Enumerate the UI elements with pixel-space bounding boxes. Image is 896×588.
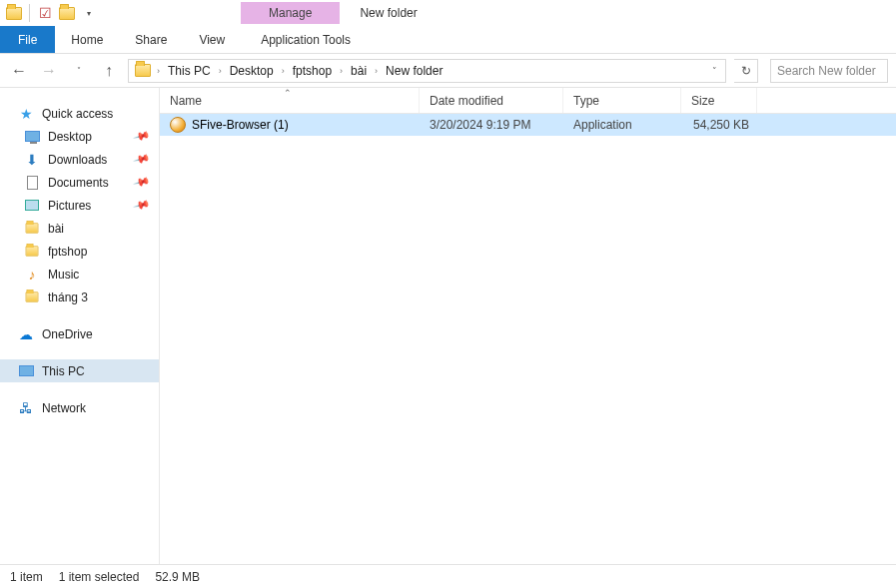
sidebar-onedrive[interactable]: ☁ OneDrive	[0, 322, 159, 345]
navigation-bar: ← → ˅ ↑ › This PC › Desktop › fptshop › …	[0, 54, 896, 88]
sidebar-item-pictures[interactable]: Pictures 📌	[0, 194, 159, 217]
folder-icon	[24, 290, 40, 305]
desktop-icon	[24, 129, 40, 145]
sort-indicator-icon: ⌃	[284, 88, 292, 98]
tab-application-tools[interactable]: Application Tools	[245, 26, 367, 53]
sidebar-item-label: Music	[48, 268, 79, 282]
file-name: SFive-Browser (1)	[192, 118, 289, 132]
title-bar: ☑ ▾ Manage New folder	[0, 0, 896, 26]
chevron-right-icon[interactable]: ›	[155, 66, 162, 76]
sidebar-item-fptshop[interactable]: fptshop	[0, 240, 159, 263]
search-input[interactable]: Search New folder	[770, 59, 888, 83]
pin-icon: 📌	[133, 196, 152, 214]
sidebar-item-label: tháng 3	[48, 291, 88, 304]
chevron-right-icon[interactable]: ›	[338, 66, 345, 76]
sidebar-label: This PC	[42, 364, 85, 378]
refresh-button[interactable]: ↻	[734, 59, 758, 83]
folder-icon	[24, 244, 40, 260]
file-type: Application	[563, 118, 681, 132]
status-selected-count: 1 item selected	[59, 570, 140, 584]
sidebar-network[interactable]: 🖧 Network	[0, 396, 159, 419]
sidebar-label: OneDrive	[42, 327, 93, 341]
star-icon: ★	[18, 106, 34, 122]
folder-icon	[24, 221, 40, 237]
nav-back-button[interactable]: ←	[8, 60, 30, 82]
sidebar-item-desktop[interactable]: Desktop 📌	[0, 125, 159, 148]
sidebar-item-label: Documents	[48, 176, 109, 190]
pc-icon	[18, 363, 34, 379]
navigation-pane: ★ Quick access Desktop 📌 ⬇ Downloads 📌 D…	[0, 88, 160, 564]
sidebar-item-label: Downloads	[48, 153, 107, 167]
ribbon-contextual-manage[interactable]: Manage	[241, 2, 340, 24]
sidebar-item-label: fptshop	[48, 245, 87, 259]
column-header-type[interactable]: Type	[563, 88, 681, 113]
pictures-icon	[24, 198, 40, 214]
status-bar: 1 item 1 item selected 52.9 MB	[0, 564, 896, 588]
sidebar-item-thang3[interactable]: tháng 3	[0, 286, 159, 308]
address-folder-icon	[135, 64, 151, 77]
downloads-icon: ⬇	[24, 152, 40, 168]
tab-file[interactable]: File	[0, 26, 55, 53]
column-header-date[interactable]: Date modified	[420, 88, 563, 113]
tab-view[interactable]: View	[183, 26, 241, 53]
music-icon: ♪	[24, 267, 40, 283]
qat-separator	[29, 4, 30, 22]
address-bar[interactable]: › This PC › Desktop › fptshop › bài › Ne…	[128, 59, 726, 83]
address-history-dropdown[interactable]: ˅	[705, 66, 723, 76]
chevron-right-icon[interactable]: ›	[280, 66, 287, 76]
breadcrumb-bai[interactable]: bài	[345, 60, 373, 82]
ribbon-tabs: File Home Share View Application Tools	[0, 26, 896, 54]
application-icon	[170, 117, 186, 133]
status-item-count: 1 item	[10, 570, 43, 584]
qat-newfolder-icon[interactable]	[57, 3, 77, 23]
chevron-right-icon[interactable]: ›	[373, 66, 380, 76]
status-selected-size: 52.9 MB	[155, 570, 200, 584]
nav-up-button[interactable]: ↑	[98, 60, 120, 82]
pin-icon: 📌	[133, 173, 152, 191]
file-date: 3/20/2024 9:19 PM	[420, 118, 563, 132]
onedrive-icon: ☁	[18, 326, 34, 342]
sidebar-label: Quick access	[42, 107, 113, 121]
sidebar-item-bai[interactable]: bài	[0, 217, 159, 240]
sidebar-item-label: Desktop	[48, 130, 92, 144]
pin-icon: 📌	[133, 150, 152, 168]
breadcrumb-newfolder[interactable]: New folder	[380, 60, 448, 82]
qat-customize-dropdown[interactable]: ▾	[79, 3, 99, 23]
pin-icon: 📌	[133, 127, 152, 145]
breadcrumb-desktop[interactable]: Desktop	[224, 60, 280, 82]
documents-icon	[24, 175, 40, 191]
sidebar-item-documents[interactable]: Documents 📌	[0, 171, 159, 194]
sidebar-this-pc[interactable]: This PC	[0, 359, 159, 382]
network-icon: 🖧	[18, 400, 34, 416]
qat-properties-icon[interactable]: ☑	[35, 3, 55, 23]
sidebar-item-downloads[interactable]: ⬇ Downloads 📌	[0, 148, 159, 171]
breadcrumb-this-pc[interactable]: This PC	[162, 60, 217, 82]
sidebar-quick-access[interactable]: ★ Quick access	[0, 102, 159, 125]
qat-folder-icon[interactable]	[4, 3, 24, 23]
column-header-size[interactable]: Size	[681, 88, 757, 113]
file-row[interactable]: SFive-Browser (1) 3/20/2024 9:19 PM Appl…	[160, 114, 896, 136]
column-headers: ⌃ Name Date modified Type Size	[160, 88, 896, 114]
breadcrumb-fptshop[interactable]: fptshop	[287, 60, 338, 82]
file-size: 54,250 KB	[681, 118, 757, 132]
sidebar-item-music[interactable]: ♪ Music	[0, 263, 159, 286]
chevron-right-icon[interactable]: ›	[217, 66, 224, 76]
sidebar-label: Network	[42, 401, 86, 415]
sidebar-item-label: Pictures	[48, 199, 91, 213]
nav-forward-button[interactable]: →	[38, 60, 60, 82]
tab-share[interactable]: Share	[119, 26, 183, 53]
file-list-pane: ⌃ Name Date modified Type Size SFive-Bro…	[160, 88, 896, 564]
window-title: New folder	[360, 6, 417, 20]
tab-home[interactable]: Home	[55, 26, 119, 53]
sidebar-item-label: bài	[48, 222, 64, 236]
nav-recent-dropdown[interactable]: ˅	[68, 60, 90, 82]
